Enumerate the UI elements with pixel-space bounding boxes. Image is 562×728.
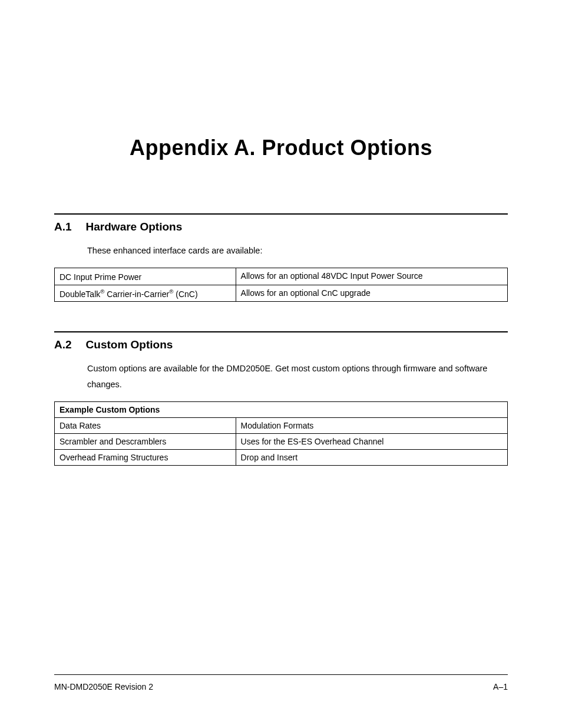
table-cell: Drop and Insert [236,449,507,465]
table-row: DoubleTalk® Carrier-in-Carrier® (CnC) Al… [55,285,508,302]
table-header-cell: Example Custom Options [55,401,508,417]
custom-options-table: Example Custom Options Data Rates Modula… [54,401,508,466]
page-footer: MN-DMD2050E Revision 2 A–1 [54,674,508,691]
section-number: A.2 [54,338,72,351]
table-row: Scrambler and Descramblers Uses for the … [55,433,508,449]
footer-left: MN-DMD2050E Revision 2 [54,682,153,691]
page-title: Appendix A. Product Options [54,136,508,160]
section-heading-a1: A.1Hardware Options [54,220,508,233]
table-cell: Uses for the ES-ES Overhead Channel [236,433,507,449]
table-cell: Modulation Formats [236,417,507,433]
table-row: Overhead Framing Structures Drop and Ins… [55,449,508,465]
section-number: A.1 [54,220,72,233]
section-divider [54,213,508,215]
section-intro-a2: Custom options are available for the DMD… [87,361,508,391]
table-cell: Allows for an optional 48VDC Input Power… [236,268,507,285]
section-heading-text: Custom Options [86,338,173,351]
footer-right: A–1 [493,682,508,691]
table-cell: Data Rates [55,417,236,433]
table-cell: Allows for an optional CnC upgrade [236,285,507,302]
table-cell: Scrambler and Descramblers [55,433,236,449]
table-row: DC Input Prime Power Allows for an optio… [55,268,508,285]
table-cell: Overhead Framing Structures [55,449,236,465]
table-row: Data Rates Modulation Formats [55,417,508,433]
hardware-options-table: DC Input Prime Power Allows for an optio… [54,268,508,302]
table-header-row: Example Custom Options [55,401,508,417]
section-divider [54,331,508,332]
section-heading-a2: A.2Custom Options [54,338,508,351]
section-intro-a1: These enhanced interface cards are avail… [87,243,508,258]
table-cell: DoubleTalk® Carrier-in-Carrier® (CnC) [55,285,236,302]
section-heading-text: Hardware Options [86,220,183,233]
table-cell: DC Input Prime Power [55,268,236,285]
